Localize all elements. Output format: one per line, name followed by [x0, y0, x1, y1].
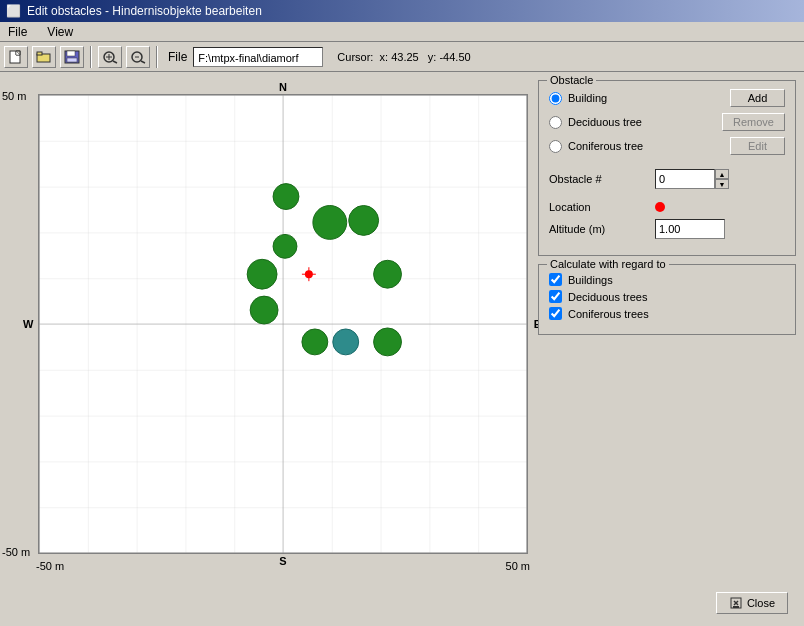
toolbar-zoom-fit-btn[interactable] [98, 46, 122, 68]
svg-point-23 [273, 234, 297, 258]
svg-point-29 [374, 328, 402, 356]
menu-bar: File View [0, 22, 804, 42]
svg-point-28 [333, 329, 359, 355]
spacer [538, 343, 796, 580]
svg-point-20 [273, 184, 299, 210]
altitude-row: Altitude (m) 1.00 [549, 219, 785, 239]
cb-deciduous-row: Deciduous trees [549, 290, 785, 303]
file-label: File [168, 50, 187, 64]
svg-rect-36 [733, 606, 739, 608]
cb-buildings[interactable] [549, 273, 562, 286]
toolbar-save-btn[interactable] [60, 46, 84, 68]
axis-label-neg50m-x: -50 m [36, 560, 64, 572]
cb-coniferous-label: Coniferous trees [568, 308, 649, 320]
svg-point-21 [313, 206, 347, 240]
title-bar-icon: ⬜ [6, 4, 21, 18]
toolbar-zoom-btn[interactable] [126, 46, 150, 68]
obstacle-num-down[interactable]: ▼ [715, 179, 729, 189]
radio-row-building: Building Add [549, 89, 785, 107]
file-path-display: F:\mtpx-final\diamorf [193, 47, 323, 67]
radio-building-label: Building [568, 92, 724, 104]
map-label-north: N [279, 81, 287, 93]
svg-point-24 [247, 259, 277, 289]
map-canvas[interactable]: N S W E [38, 94, 528, 554]
svg-line-9 [113, 61, 117, 63]
radio-deciduous[interactable] [549, 116, 562, 129]
axis-label-50m: 50 m [2, 90, 26, 102]
svg-point-27 [302, 329, 328, 355]
close-button[interactable]: Close [716, 592, 788, 614]
cb-coniferous-row: Coniferous trees [549, 307, 785, 320]
obstacle-num-input[interactable]: 0 [655, 169, 715, 189]
toolbar-sep-2 [156, 46, 158, 68]
edit-button[interactable]: Edit [730, 137, 785, 155]
radio-row-deciduous: Deciduous tree Remove [549, 113, 785, 131]
axis-label-pos50m-x: 50 m [506, 560, 530, 572]
add-button[interactable]: Add [730, 89, 785, 107]
toolbar-open-btn[interactable] [32, 46, 56, 68]
toolbar-sep-1 [90, 46, 92, 68]
svg-rect-4 [37, 52, 42, 55]
radio-building[interactable] [549, 92, 562, 105]
cb-buildings-row: Buildings [549, 273, 785, 286]
obstacle-group: Obstacle Building Add Deciduous tree Rem… [538, 80, 796, 256]
obstacle-num-spin: 0 ▲ ▼ [655, 169, 729, 189]
title-bar-text: Edit obstacles - Hindernisobjekte bearbe… [27, 4, 262, 18]
svg-point-25 [374, 260, 402, 288]
remove-button[interactable]: Remove [722, 113, 785, 131]
svg-point-26 [250, 296, 278, 324]
obstacle-num-row: Obstacle # 0 ▲ ▼ [549, 169, 785, 189]
cb-buildings-label: Buildings [568, 274, 613, 286]
bottom-bar: Close [538, 588, 796, 618]
obstacle-num-up[interactable]: ▲ [715, 169, 729, 179]
axis-label-neg50m: -50 m [2, 546, 30, 558]
location-row: Location [549, 201, 785, 213]
menu-view[interactable]: View [43, 24, 77, 40]
cb-deciduous[interactable] [549, 290, 562, 303]
cursor-x: x: 43.25 [380, 51, 419, 63]
radio-coniferous-label: Coniferous tree [568, 140, 724, 152]
calculate-group: Calculate with regard to Buildings Decid… [538, 264, 796, 335]
map-grid-svg [39, 95, 527, 553]
svg-rect-7 [67, 58, 77, 62]
altitude-input[interactable]: 1.00 [655, 219, 725, 239]
altitude-label: Altitude (m) [549, 223, 649, 235]
toolbar-new-btn[interactable] [4, 46, 28, 68]
map-label-south: S [279, 555, 286, 567]
obstacle-group-title: Obstacle [547, 74, 596, 86]
main-content: 50 m -50 m -50 m 50 m N S W E [0, 72, 804, 626]
cb-coniferous[interactable] [549, 307, 562, 320]
cursor-y: y: -44.50 [428, 51, 471, 63]
svg-rect-6 [67, 51, 75, 56]
menu-file[interactable]: File [4, 24, 31, 40]
cb-deciduous-label: Deciduous trees [568, 291, 648, 303]
radio-coniferous[interactable] [549, 140, 562, 153]
close-icon [729, 596, 743, 610]
calculate-group-title: Calculate with regard to [547, 258, 669, 270]
location-label: Location [549, 201, 649, 213]
map-area: 50 m -50 m -50 m 50 m N S W E [0, 72, 530, 626]
location-indicator [655, 202, 665, 212]
svg-point-22 [349, 206, 379, 236]
map-label-west: W [23, 318, 33, 330]
title-bar: ⬜ Edit obstacles - Hindernisobjekte bear… [0, 0, 804, 22]
obstacle-num-label: Obstacle # [549, 173, 649, 185]
toolbar: File F:\mtpx-final\diamorf Cursor: x: 43… [0, 42, 804, 72]
cursor-label: Cursor: x: 43.25 y: -44.50 [337, 51, 470, 63]
svg-line-13 [141, 61, 145, 63]
radio-row-coniferous: Coniferous tree Edit [549, 137, 785, 155]
right-panel: Obstacle Building Add Deciduous tree Rem… [530, 72, 804, 626]
close-label: Close [747, 597, 775, 609]
obstacle-num-spinners: ▲ ▼ [715, 169, 729, 189]
radio-deciduous-label: Deciduous tree [568, 116, 716, 128]
